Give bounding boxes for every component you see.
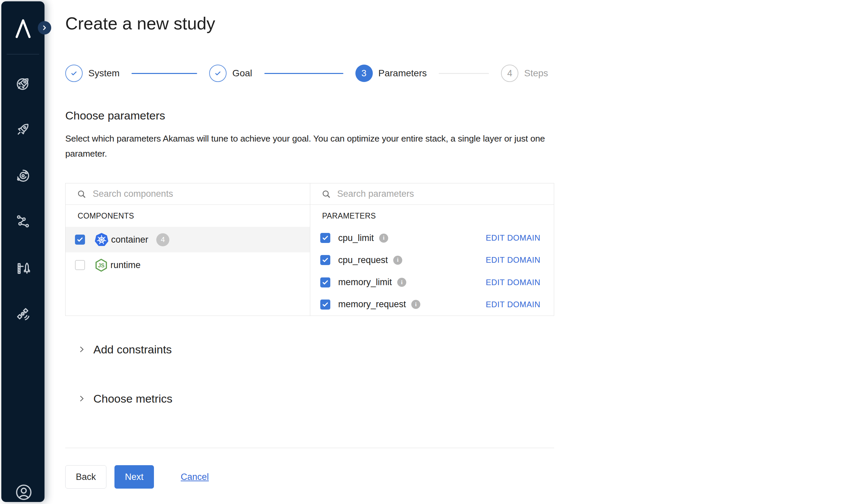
parameter-name: cpu_request xyxy=(338,255,388,265)
component-name: runtime xyxy=(110,260,141,270)
nodejs-icon: JS xyxy=(94,258,109,273)
selection-panels: COMPONENTS xyxy=(65,183,554,316)
sidebar-item-satellite[interactable] xyxy=(12,304,34,325)
parameter-row-memory-limit[interactable]: memory_limit i EDIT DOMAIN xyxy=(310,271,554,293)
step-connector xyxy=(439,73,489,74)
parameters-header: PARAMETERS xyxy=(310,205,554,227)
step-label: Steps xyxy=(524,68,548,79)
parameter-checkbox[interactable] xyxy=(320,233,330,243)
parameter-count-badge: 4 xyxy=(156,233,169,246)
sidebar-item-rocket-orbit[interactable] xyxy=(12,73,34,94)
step-completed-check-icon xyxy=(65,65,83,82)
chevron-right-icon xyxy=(77,394,86,403)
parameter-name: memory_limit xyxy=(338,277,392,287)
choose-metrics-toggle[interactable]: Choose metrics xyxy=(65,390,172,408)
rocket-icon xyxy=(14,121,32,138)
sidebar-item-launchpad[interactable] xyxy=(12,257,34,279)
app-window: Create a new study System Goal 3 Paramet… xyxy=(0,0,846,504)
search-icon xyxy=(77,189,87,199)
step-system[interactable]: System xyxy=(65,65,120,82)
svg-text:JS: JS xyxy=(98,262,105,268)
step-label: Goal xyxy=(232,68,252,79)
step-connector xyxy=(264,73,343,74)
parameter-checkbox[interactable] xyxy=(320,255,330,265)
sidebar-divider xyxy=(7,54,39,55)
step-connector xyxy=(131,73,197,74)
edit-domain-link[interactable]: EDIT DOMAIN xyxy=(486,300,540,309)
step-label: System xyxy=(88,68,120,79)
info-icon[interactable]: i xyxy=(397,278,406,287)
choose-parameters-heading: Choose parameters xyxy=(65,109,165,122)
choose-parameters-description: Select which parameters Akamas will tune… xyxy=(65,131,559,161)
info-icon[interactable]: i xyxy=(411,300,420,309)
wizard-stepper: System Goal 3 Parameters 4 Steps xyxy=(65,65,548,82)
edit-domain-link[interactable]: EDIT DOMAIN xyxy=(486,278,540,287)
parameters-panel: PARAMETERS cpu_limit i EDIT DOMAIN xyxy=(310,183,554,316)
back-button[interactable]: Back xyxy=(65,465,106,489)
add-constraints-label: Add constraints xyxy=(93,343,172,356)
cancel-link[interactable]: Cancel xyxy=(181,465,209,489)
component-checkbox[interactable] xyxy=(75,260,85,270)
step-completed-check-icon xyxy=(209,65,227,82)
user-avatar-icon xyxy=(14,483,34,502)
step-number-badge: 4 xyxy=(501,65,518,82)
add-constraints-toggle[interactable]: Add constraints xyxy=(65,340,172,358)
component-name: container xyxy=(111,235,148,245)
parameter-name: cpu_limit xyxy=(338,233,374,243)
rocket-orbit-icon xyxy=(14,75,32,92)
components-header: COMPONENTS xyxy=(66,205,310,227)
parameter-checkbox[interactable] xyxy=(320,300,330,309)
step-number-badge: 3 xyxy=(355,65,373,82)
parameters-list: cpu_limit i EDIT DOMAIN cpu_request i ED… xyxy=(310,227,554,316)
components-panel: COMPONENTS xyxy=(66,183,310,316)
components-search-row xyxy=(66,183,310,205)
parameter-row-memory-request[interactable]: memory_request i EDIT DOMAIN xyxy=(310,293,554,316)
sidebar xyxy=(1,1,44,502)
network-nodes-icon xyxy=(14,213,32,231)
next-button[interactable]: Next xyxy=(114,465,154,489)
edit-domain-link[interactable]: EDIT DOMAIN xyxy=(486,255,540,265)
parameter-checkbox[interactable] xyxy=(320,277,330,287)
step-goal[interactable]: Goal xyxy=(209,65,252,82)
parameter-name: memory_request xyxy=(338,299,406,309)
edit-domain-link[interactable]: EDIT DOMAIN xyxy=(486,233,540,242)
choose-metrics-label: Choose metrics xyxy=(93,392,172,405)
component-row-runtime[interactable]: JS runtime xyxy=(66,252,310,278)
satellite-icon xyxy=(14,306,32,323)
component-checkbox[interactable] xyxy=(75,235,85,245)
step-label: Parameters xyxy=(378,68,427,79)
search-components-input[interactable] xyxy=(93,189,310,199)
sidebar-item-network-nodes[interactable] xyxy=(12,211,34,233)
chevron-right-icon xyxy=(77,345,86,354)
step-steps[interactable]: 4 Steps xyxy=(501,65,548,82)
footer-divider xyxy=(65,448,554,448)
step-parameters[interactable]: 3 Parameters xyxy=(355,65,427,82)
info-icon[interactable]: i xyxy=(393,256,402,265)
sidebar-item-orbit-planet[interactable] xyxy=(12,165,34,186)
orbit-planet-icon xyxy=(14,167,32,184)
akamas-lambda-icon xyxy=(13,17,34,39)
chevron-right-icon xyxy=(41,24,48,32)
sidebar-item-rocket[interactable] xyxy=(12,118,34,140)
user-avatar[interactable] xyxy=(14,483,34,502)
page-title: Create a new study xyxy=(65,13,215,34)
search-parameters-input[interactable] xyxy=(337,189,554,199)
kubernetes-icon xyxy=(94,232,109,248)
sidebar-expand-button[interactable] xyxy=(38,21,51,34)
info-icon[interactable]: i xyxy=(379,234,388,242)
parameters-search-row xyxy=(310,183,554,205)
parameter-row-cpu-limit[interactable]: cpu_limit i EDIT DOMAIN xyxy=(310,227,554,249)
component-row-container[interactable]: container 4 xyxy=(66,227,310,252)
search-icon xyxy=(321,189,331,199)
main-content: Create a new study System Goal 3 Paramet… xyxy=(44,0,846,504)
launchpad-icon xyxy=(14,260,32,277)
parameter-row-cpu-request[interactable]: cpu_request i EDIT DOMAIN xyxy=(310,249,554,271)
